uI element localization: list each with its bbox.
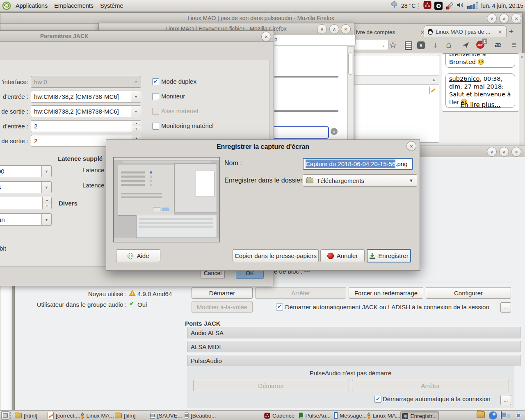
downloads-icon[interactable]: ↓ [434, 41, 438, 49]
hamburger-menu-icon[interactable]: ≡ [511, 40, 516, 49]
tab-linux-mao[interactable]: Linux MAO | pas de ... × [424, 25, 507, 37]
adblock-icon[interactable]: ABP2 [476, 41, 484, 49]
close-button[interactable]: × [261, 32, 271, 41]
focused-input[interactable] [272, 126, 329, 139]
user-link[interactable]: sub26nico [449, 75, 479, 82]
minimize-button[interactable]: ∨ [487, 14, 497, 23]
pulseaudio-autostart-checkbox[interactable]: ✔ [374, 396, 381, 403]
launcher-thunderbird-icon[interactable] [489, 411, 497, 420]
close-button[interactable]: × [406, 141, 416, 151]
bridge-audio-alsa[interactable]: Audio ALSA [187, 327, 520, 338]
content-box[interactable] [354, 55, 439, 75]
screenshot-tray-icon[interactable] [445, 2, 454, 10]
minimize-button[interactable]: ∨ [487, 147, 497, 157]
maximize-button[interactable]: ∧ [329, 24, 339, 34]
jack-configure-button[interactable]: Configurer [426, 287, 511, 299]
taskbar-item-firefox-1[interactable]: Linux MA... [80, 411, 116, 420]
help-button[interactable]: Aide [116, 249, 160, 262]
tab-close-icon[interactable]: × [498, 29, 502, 35]
taskbar-item-enregistrer[interactable]: Enregistr... [400, 411, 439, 420]
taskbar-item-pulseaudio[interactable]: PulseAu... [298, 411, 332, 420]
url-field[interactable]: t2 [269, 35, 356, 45]
titlebar[interactable]: Linux MAO | pas de son dans pulseaudio -… [0, 13, 521, 24]
buffer-size-combo[interactable]: 1024▾ [0, 181, 52, 193]
periods-spinner[interactable]: 2 ▲▼ [0, 197, 52, 209]
pocket-icon[interactable]: ∨ [417, 41, 425, 49]
close-button[interactable]: × [341, 24, 351, 34]
clock-label[interactable]: lun. 4 juin, 20:15 [481, 2, 523, 9]
maximize-button[interactable]: ∧ [499, 14, 509, 23]
input-channels-spinner[interactable]: 2 ▲▼ [31, 120, 141, 132]
taskbar-item-html[interactable]: [html] [13, 411, 48, 420]
output-device-combo[interactable]: hw:CMI8738,2 [CMI8738-MC6]▾ [31, 105, 141, 117]
switch-master-button[interactable]: Modifier à-la-volée [192, 301, 253, 313]
input-device-combo[interactable]: hw:CMI8738,2 [CMI8738-MC6]▾ [31, 91, 141, 103]
show-desktop-button[interactable] [1, 411, 9, 420]
bookmark-star-icon[interactable]: ☆ [389, 41, 397, 50]
jack-force-restart-button[interactable]: Forcer un redémarrage [349, 287, 423, 299]
pulseaudio-start-button[interactable]: Démarrer [193, 380, 349, 391]
duplex-checkbox[interactable]: ✔ [152, 78, 159, 85]
scroll-thumb[interactable] [348, 52, 352, 75]
jack-stop-button[interactable]: Arrêter [255, 287, 346, 299]
edit-note-icon[interactable] [429, 87, 430, 94]
taskbar-item-film[interactable]: [film] [113, 411, 142, 420]
search-go-icon[interactable]: → [379, 41, 386, 48]
scroll-up-icon[interactable]: ∧ [519, 55, 525, 59]
autostart-checkbox[interactable]: ✔ [276, 304, 283, 310]
home-icon[interactable]: ⌂ [446, 40, 451, 49]
folder-select-button[interactable]: Téléchargements ▼ [303, 174, 417, 187]
bridge-alsa-midi[interactable]: ALSA MIDI [187, 341, 520, 352]
content-box[interactable] [354, 84, 439, 143]
clear-field-icon[interactable]: × [331, 128, 338, 135]
weather-icon[interactable] [390, 1, 398, 10]
jack-tray-icon[interactable] [423, 1, 431, 11]
launcher-folder-icon[interactable] [477, 411, 485, 420]
tab-livre-de-comptes[interactable]: ivre de comptes × [352, 27, 429, 37]
penguin-favicon [428, 29, 433, 35]
workspace-switcher[interactable] [501, 411, 502, 419]
collapse-arrow-icon[interactable]: ▲ [431, 77, 436, 82]
taskbar-item-firefox-2[interactable]: Linux MA... [366, 411, 402, 420]
save-button[interactable]: Enregistrer [367, 249, 411, 262]
hw-alias-checkbox[interactable] [152, 108, 159, 115]
close-button[interactable]: × [511, 147, 521, 157]
taskbar-item-sauve[interactable]: [SAUVE... [148, 411, 182, 420]
network-signal-icon[interactable] [467, 2, 478, 9]
distro-menu-icon[interactable] [2, 1, 11, 12]
menu-emplacements[interactable]: Emplacements [51, 0, 97, 11]
monitor-checkbox[interactable] [152, 93, 159, 100]
autostart-more-button[interactable]: ... [500, 302, 511, 313]
taskbar-item-cadence[interactable]: Cadence [262, 411, 297, 420]
hw-monitoring-checkbox[interactable] [152, 123, 159, 130]
interface-combo[interactable]: hw:0▾ [31, 76, 141, 88]
menu-applications[interactable]: Applications [12, 0, 51, 11]
titlebar[interactable]: Paramètres JACK [0, 31, 273, 42]
new-tab-button[interactable]: + [509, 27, 514, 35]
cancel-button[interactable]: Annuler [320, 249, 365, 262]
minimize-button[interactable]: ∨ [317, 24, 327, 34]
bridge-pulseaudio[interactable]: PulseAudio [187, 355, 520, 366]
menu-systeme[interactable]: Système [97, 0, 126, 11]
record-tray-icon[interactable] [434, 2, 443, 10]
filename-input[interactable]: Capture du 2018-06-04 20-15-56.png [303, 158, 413, 170]
taskbar-item-messages[interactable]: Message... [332, 411, 368, 420]
close-button[interactable]: × [511, 14, 521, 23]
pulseaudio-stop-button[interactable]: Arrêter [352, 380, 509, 391]
send-tab-icon[interactable] [462, 42, 469, 50]
image-viewer-icon [150, 413, 155, 419]
taskbar-item-correct[interactable]: [correct.... [46, 411, 82, 420]
jack-start-button[interactable]: Démarrer [192, 287, 253, 299]
copy-to-clipboard-button[interactable]: Copier dans le presse-papiers [233, 249, 319, 262]
abctajpu-icon[interactable]: æ [495, 41, 501, 48]
chevron-down-icon: ▾ [41, 182, 51, 193]
reading-list-icon[interactable] [405, 41, 412, 52]
maximize-button[interactable]: ∧ [499, 147, 509, 157]
sample-rate-combo[interactable]: 48000▾ [0, 165, 52, 177]
dither-combo[interactable]: Aucun▾ [0, 213, 52, 226]
pulseaudio-more-button[interactable]: ... [500, 395, 511, 405]
page-scrollbar[interactable]: ∧ [519, 53, 525, 146]
read-more-link[interactable]: En lire plus… [442, 101, 519, 109]
volume-icon[interactable] [457, 2, 464, 10]
taskbar-item-beaubo[interactable]: [Beaubo... [183, 411, 217, 420]
